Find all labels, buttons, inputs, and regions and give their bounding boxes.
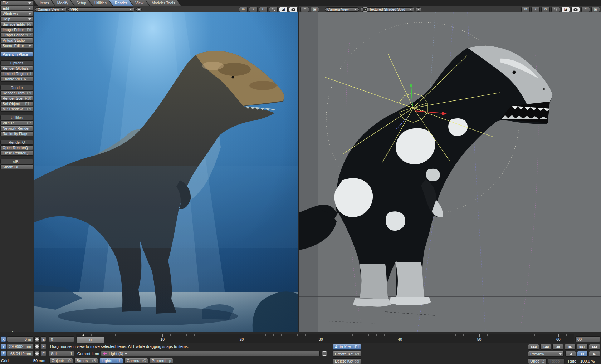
move-icon[interactable]: ⌖ — [249, 7, 258, 12]
item-properties-icon[interactable] — [322, 351, 327, 356]
sidebar-item-smart-ibl[interactable]: Smart IBL — [0, 164, 33, 169]
next-key-button[interactable]: ▶▶+ — [577, 344, 588, 350]
pan-icon[interactable]: ⊕ — [521, 7, 530, 12]
sidebar-item-network-render[interactable]: Network Render — [0, 126, 33, 131]
sidebar-item-close-renderq[interactable]: Close RenderQ — [0, 151, 33, 156]
chevron-down-icon — [61, 9, 64, 10]
frame-slider-handle[interactable]: 0 — [77, 336, 104, 343]
menu-icon[interactable]: ≡ — [581, 7, 590, 12]
end-frame-field[interactable]: 60 — [575, 336, 600, 342]
create-key-button[interactable]: Create Keyret — [333, 351, 361, 357]
play-reverse-button[interactable]: ◀ — [565, 351, 576, 357]
z-nudge-buttons[interactable] — [34, 351, 40, 356]
play-button[interactable]: ▶ — [589, 351, 600, 357]
sidebar-item-render-globals[interactable]: Render Globals — [0, 66, 33, 71]
sidebar-item-surface-editor[interactable]: Surface EditorF5 — [0, 22, 33, 27]
pause-button[interactable]: ▮▮ — [577, 351, 588, 357]
select-bones-button[interactable]: Bones+B — [74, 358, 98, 364]
frame-icon[interactable]: ▣ — [591, 7, 600, 12]
current-item-dropdown[interactable]: Light (3) — [101, 351, 320, 356]
axis-y-toggle[interactable]: Y — [1, 344, 6, 349]
rotate-icon[interactable]: ↻ — [541, 7, 550, 12]
frame-icon[interactable]: ▣ — [311, 7, 319, 12]
right-viewport-options-dropdown[interactable] — [416, 7, 421, 12]
tab-items[interactable]: Items — [34, 0, 55, 6]
y-nudge-buttons[interactable] — [34, 344, 40, 349]
axis-z-toggle[interactable]: Z — [1, 351, 6, 356]
axis-x-toggle[interactable]: X — [1, 336, 6, 342]
x-nudge-buttons[interactable] — [34, 336, 40, 342]
timeline-ruler[interactable]: 0 10 20 30 40 50 60 0 — [76, 334, 574, 343]
right-view-mode-dropdown[interactable]: Camera View — [325, 7, 359, 12]
tab-utilities[interactable]: Utilities — [89, 0, 112, 6]
current-frame-field[interactable]: 0 — [49, 336, 74, 342]
tab-render[interactable]: Render — [109, 0, 133, 6]
sidebar-item-image-editor[interactable]: Image EditorF6 — [0, 27, 33, 32]
camera-icon[interactable] — [571, 7, 580, 12]
sidebar-item-limited-region[interactable]: Limited Regionl — [0, 71, 33, 76]
zoom-icon[interactable] — [269, 7, 278, 12]
camera-icon[interactable] — [289, 7, 298, 12]
menu-icon[interactable]: ≡ — [300, 7, 309, 12]
properties-button[interactable]: Propertiesp — [150, 358, 173, 364]
selection-count-field[interactable]: Sel:1 — [49, 351, 74, 356]
sidebar-item-graph-editor[interactable]: Graph Editor^F2 — [0, 33, 33, 38]
tab-modify[interactable]: Modify — [52, 0, 74, 6]
sidebar-item-mb-preview[interactable]: MB Preview+F9 — [0, 107, 33, 112]
fit-view-icon[interactable]: ◪ — [561, 7, 570, 12]
sidebar-item-enable-viper[interactable]: Enable VIPER — [0, 77, 33, 82]
auto-key-button[interactable]: Auto Key+F1 — [333, 344, 361, 350]
sidebar-item-open-renderq[interactable]: Open RenderQ — [0, 145, 33, 150]
left-viewport-render[interactable] — [34, 12, 298, 332]
pan-icon[interactable]: ⊕ — [239, 7, 248, 12]
select-lights-button[interactable]: Lights+L — [99, 358, 123, 364]
right-viewport-render[interactable] — [299, 12, 601, 332]
preview-dropdown[interactable]: Preview — [528, 351, 564, 357]
z-envelope-button[interactable]: E — [41, 351, 46, 356]
tab-view[interactable]: View — [130, 0, 149, 6]
ruler-tick: 10 — [160, 337, 165, 341]
section-header-options: Options — [0, 60, 33, 65]
redo-button[interactable]: Redo — [548, 358, 565, 364]
menu-file[interactable]: File — [0, 0, 33, 5]
fit-view-icon[interactable]: ◪ — [279, 7, 288, 12]
right-shading-dropdown[interactable]: TTextured Shaded Solid — [361, 7, 414, 12]
tab-setup[interactable]: Setup — [71, 0, 92, 6]
sidebar-item-virtual-studio[interactable]: Virtual Studio — [0, 38, 33, 43]
sidebar-item-render-scene[interactable]: Render SceneF10 — [0, 96, 33, 101]
menu-windows[interactable]: Windows — [0, 11, 33, 16]
go-to-end-button[interactable]: ▶▶▮ — [589, 344, 600, 350]
left-viewport-options-dropdown[interactable] — [136, 7, 142, 12]
move-icon[interactable]: ⌖ — [531, 7, 540, 12]
x-envelope-button[interactable]: E — [41, 336, 46, 342]
section-header-render: Render — [0, 85, 33, 90]
zoom-icon[interactable] — [551, 7, 560, 12]
go-to-start-button[interactable]: ▮◀◀ — [528, 344, 539, 350]
sidebar-item-render-frame[interactable]: Render FrameF9 — [0, 90, 33, 95]
position-y-field[interactable]: 39.9992 mm — [7, 344, 33, 349]
previous-frame-button[interactable]: ◀▮ — [552, 344, 563, 350]
select-objects-button[interactable]: Objects+O — [49, 358, 73, 364]
chevron-down-icon — [28, 8, 31, 9]
chevron-down-icon — [124, 353, 127, 355]
previous-key-button[interactable]: +◀◀ — [540, 344, 551, 350]
menu-help[interactable]: Help — [0, 16, 33, 21]
menu-edit[interactable]: Edit — [0, 6, 33, 11]
next-frame-button[interactable]: ▮▶ — [565, 344, 576, 350]
left-shading-dropdown[interactable]: VPR — [68, 7, 135, 12]
sidebar-item-radiosity-flags[interactable]: Radiosity Flags — [0, 131, 33, 136]
left-view-mode-dropdown[interactable]: Camera View — [35, 7, 67, 12]
y-envelope-button[interactable]: E — [41, 344, 46, 349]
select-cameras-button[interactable]: Cameras+C — [124, 358, 148, 364]
left-toolbar: File Edit Windows Help Surface EditorF5 … — [0, 0, 33, 170]
tab-modeler-tools[interactable]: Modeler Tools — [146, 0, 181, 6]
undo-button[interactable]: Undo^Z — [528, 358, 547, 364]
position-z-field[interactable]: -65.0419mm — [7, 351, 33, 356]
rotate-icon[interactable]: ↻ — [259, 7, 268, 12]
sidebar-item-parent-in-place[interactable]: Parent in Place — [0, 52, 33, 57]
delete-key-button[interactable]: Delete Keydel — [333, 358, 361, 364]
sidebar-item-scene-editor[interactable]: Scene Editor — [0, 43, 33, 48]
sidebar-item-viper[interactable]: VIPERF7 — [0, 120, 33, 126]
position-x-field[interactable]: 0 m — [7, 336, 33, 342]
sidebar-item-sel-object[interactable]: Sel ObjectF11 — [0, 101, 33, 106]
